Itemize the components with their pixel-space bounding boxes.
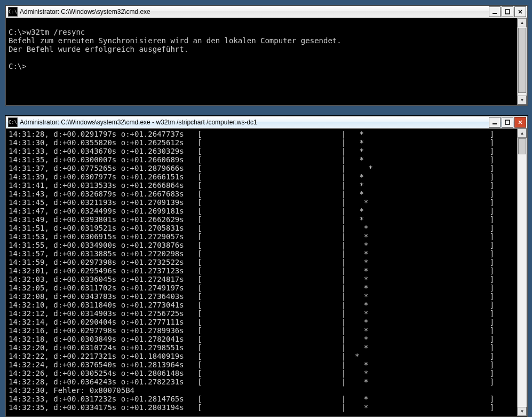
svg-rect-5 — [505, 120, 510, 124]
scroll-thumb[interactable] — [518, 28, 526, 93]
svg-rect-0 — [493, 13, 497, 14]
svg-rect-4 — [493, 123, 497, 124]
scrollbar[interactable]: ▲ ▼ — [517, 18, 527, 105]
cmd-window-1: C:\ Administrator: C:\Windows\system32\c… — [5, 5, 528, 106]
window-title: Administrator: C:\Windows\system32\cmd.e… — [20, 119, 488, 126]
cmd-icon: C:\ — [8, 117, 18, 127]
scroll-thumb[interactable] — [518, 138, 526, 154]
close-button[interactable] — [514, 6, 526, 17]
scroll-up-button[interactable]: ▲ — [518, 129, 527, 138]
scroll-down-button[interactable]: ▼ — [518, 407, 527, 416]
terminal-output[interactable]: C:\>w32tm /resync Befehl zum erneuten Sy… — [6, 18, 517, 105]
cmd-icon: C:\ — [8, 7, 18, 17]
scroll-up-button[interactable]: ▲ — [518, 18, 527, 27]
minimize-button[interactable] — [489, 117, 501, 128]
terminal-client: C:\>w32tm /resync Befehl zum erneuten Sy… — [6, 18, 527, 105]
svg-rect-1 — [505, 10, 510, 14]
maximize-button[interactable] — [502, 6, 513, 17]
terminal-client: 14:31:28, d:+00.0291797s o:+01.2647737s … — [6, 129, 527, 416]
scroll-down-button[interactable]: ▼ — [518, 96, 527, 105]
terminal-output[interactable]: 14:31:28, d:+00.0291797s o:+01.2647737s … — [6, 129, 517, 416]
minimize-button[interactable] — [489, 6, 501, 17]
maximize-button[interactable] — [502, 117, 513, 128]
titlebar[interactable]: C:\ Administrator: C:\Windows\system32\c… — [6, 6, 527, 18]
scrollbar[interactable]: ▲ ▼ — [517, 129, 527, 416]
window-controls — [488, 117, 526, 128]
titlebar[interactable]: C:\ Administrator: C:\Windows\system32\c… — [6, 116, 527, 129]
cmd-window-2: C:\ Administrator: C:\Windows\system32\c… — [5, 116, 528, 417]
window-title: Administrator: C:\Windows\system32\cmd.e… — [20, 8, 488, 15]
window-controls — [488, 6, 526, 17]
close-button[interactable] — [514, 117, 526, 128]
